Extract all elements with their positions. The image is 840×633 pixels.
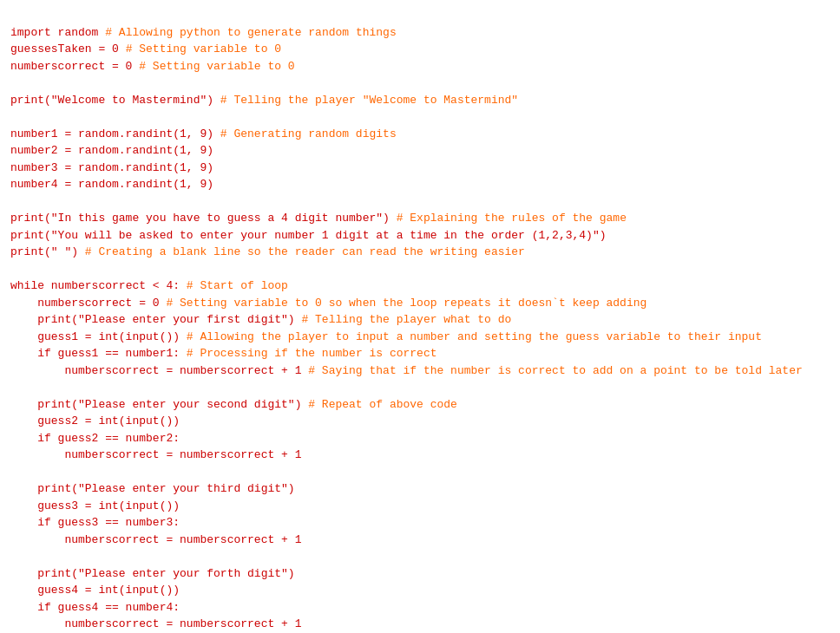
code-line: number2 = random.randint(1, 9) (10, 142, 830, 160)
code-line: if guess4 == number4: (10, 599, 830, 617)
code-line (10, 379, 830, 396)
code-line: print(" ") # Creating a blank line so th… (10, 244, 830, 261)
code-line (10, 193, 830, 211)
code-line (10, 75, 830, 92)
code-line: guess2 = int(input()) (10, 413, 830, 430)
code-line: numberscorrect = numberscorrect + 1 # Sa… (10, 362, 830, 380)
code-line (10, 464, 830, 481)
code-line: if guess3 == number3: (10, 514, 830, 532)
code-line: print("Please enter your second digit") … (10, 396, 830, 414)
code-line (10, 548, 830, 565)
code-line: print("Please enter your third digit") (10, 480, 830, 498)
code-line: number3 = random.randint(1, 9) (10, 160, 830, 177)
code-editor: import random # Allowing python to gener… (10, 7, 830, 633)
code-line: numberscorrect = numberscorrect + 1 (10, 616, 830, 633)
code-line: guess3 = int(input()) (10, 498, 830, 515)
code-line: if guess2 == number2: (10, 430, 830, 447)
code-line (10, 108, 830, 126)
code-line: number1 = random.randint(1, 9) # Generat… (10, 126, 830, 143)
code-line: print("Please enter your forth digit") (10, 565, 830, 583)
code-line: while numberscorrect < 4: # Start of loo… (10, 277, 830, 295)
code-line: guessesTaken = 0 # Setting variable to 0 (10, 41, 830, 58)
code-line: numberscorrect = numberscorrect + 1 (10, 532, 830, 549)
code-line: import random # Allowing python to gener… (10, 24, 830, 42)
code-line: guess4 = int(input()) (10, 582, 830, 599)
code-line: print("Please enter your first digit") #… (10, 311, 830, 329)
code-line: guess1 = int(input()) # Allowing the pla… (10, 329, 830, 346)
code-line: print("In this game you have to guess a … (10, 210, 830, 227)
code-line (10, 261, 830, 278)
code-line: print("You will be asked to enter your n… (10, 227, 830, 245)
code-line: numberscorrect = 0 # Setting variable to… (10, 58, 830, 75)
code-line: print("Welcome to Mastermind") # Telling… (10, 92, 830, 109)
code-line: number4 = random.randint(1, 9) (10, 176, 830, 193)
code-line: numberscorrect = 0 # Setting variable to… (10, 295, 830, 312)
code-line: if guess1 == number1: # Processing if th… (10, 345, 830, 362)
code-line: numberscorrect = numberscorrect + 1 (10, 447, 830, 464)
